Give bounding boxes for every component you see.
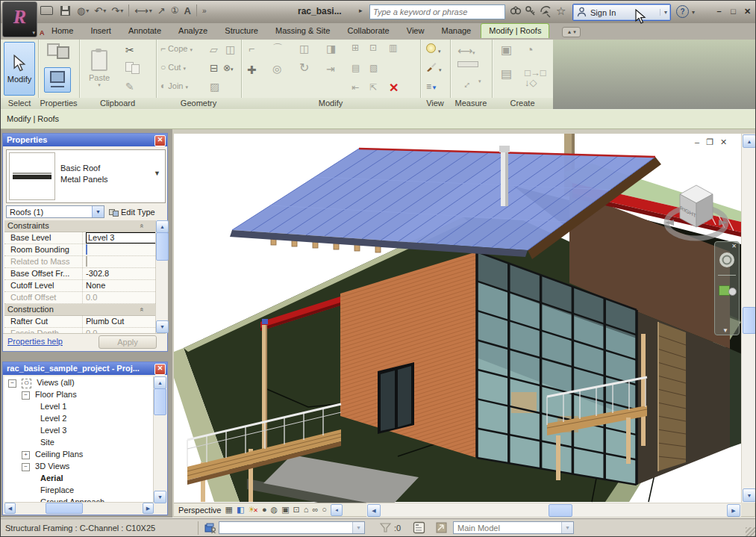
view-hscrollbar[interactable]: ◀ ▶ [366,503,741,517]
split-with-gap-icon[interactable]: ◨ [326,43,336,54]
show-crop-region-icon[interactable]: ⊡ [293,506,300,514]
navigation-bar[interactable]: ✕ ▼ [714,241,740,335]
cut-geometry-button[interactable]: ○ Cut ▾ [160,63,186,72]
tree-item-ceiling-plans[interactable]: + Ceiling Plans [4,448,154,460]
property-row[interactable]: Rafter Cut Plumb Cut [4,316,155,328]
cope-button[interactable]: ⌐ Cope ▾ [160,44,193,53]
sign-in-dropdown-icon[interactable]: ▾ [660,9,667,16]
trim-extend-icon[interactable]: ⇥ [326,63,335,74]
visual-style-icon[interactable]: ◧ [237,506,244,514]
property-row[interactable]: Cutoff Level None [4,280,155,292]
3d-view-canvas[interactable]: – ❐ ✕ RIGHT ✕ [174,134,741,503]
properties-close-icon[interactable]: ✕ [154,135,166,146]
undo-icon[interactable]: ↶▾ [94,3,106,18]
panel-label-create[interactable]: Create [492,98,553,109]
mirror-icon[interactable]: ▧ [369,63,378,72]
cut-icon[interactable]: ✂ [125,44,134,56]
browser-vscrollbar[interactable]: ▲ ▼ [153,376,166,503]
scroll-down-icon[interactable]: ▼ [156,320,169,333]
collapse-chevron-icon[interactable]: « [136,224,147,228]
edit-type-button[interactable]: Edit Type [109,205,166,218]
expand-expander-icon[interactable]: + [22,451,30,459]
collapse-expander-icon[interactable]: − [22,463,30,471]
search-input[interactable] [369,4,505,19]
beam-joins-icon[interactable]: ◫ [225,44,235,55]
window-resize-grip[interactable] [746,527,755,537]
view-close-icon[interactable]: ✕ [720,137,727,147]
favorites-star-icon[interactable]: ☆ [556,4,566,18]
scroll-left-icon[interactable]: ◀ [367,504,381,517]
tree-item-aerial-active-view[interactable]: Aerial [4,472,154,484]
create-group-icon[interactable]: ▣ [501,44,512,56]
delete-icon[interactable]: ✕ [389,81,399,95]
tab-analyze[interactable]: Analyze [171,23,215,37]
chevron-down-icon[interactable]: ▾ [149,7,152,14]
search-icon[interactable] [509,5,522,18]
viewcube[interactable]: RIGHT [659,175,734,246]
demolish-icon[interactable]: ⊟ [210,63,219,73]
panel-label-properties[interactable]: Properties [38,98,79,109]
project-browser-close-icon[interactable]: ✕ [154,364,166,375]
tag-icon[interactable]: ① [171,3,179,18]
design-options-dialog-icon[interactable] [413,521,425,536]
navbar-close-icon[interactable]: ✕ [731,243,737,249]
scroll-right-icon[interactable]: ▶ [727,504,740,517]
join-button[interactable]: ◐ Join ▾ [160,81,188,90]
panel-label-measure[interactable]: Measure [450,98,492,109]
subscription-key-icon[interactable] [525,5,537,18]
measure-dropdown-icon[interactable]: ▾ [478,78,481,84]
open-icon[interactable] [40,3,53,18]
detail-level-icon[interactable]: ▦ [225,506,232,514]
chevron-down-icon[interactable]: ▾ [103,7,106,14]
workset-combo[interactable]: ▼ [219,521,365,534]
panel-label-clipboard[interactable]: Clipboard [79,98,156,109]
exclude-options-icon[interactable] [435,521,448,536]
base-level-value[interactable]: Level 3 [86,232,155,243]
tab-massing-site[interactable]: Massing & Site [268,23,337,37]
offset-icon[interactable]: ⌒ [272,43,283,54]
view-restore-icon[interactable]: ❐ [706,137,713,147]
trim-corner-icon[interactable]: ⇤ [352,83,359,92]
viewbar-scroll-left-icon[interactable]: ◂ [331,504,343,516]
create-similar-icon[interactable]: □→□↓◇ [525,68,546,87]
project-browser-titlebar[interactable]: rac_basic_sample_project - Proj... ✕ [3,362,167,375]
panel-label-geometry[interactable]: Geometry [156,98,241,109]
redo-icon[interactable]: ↷▾ [111,3,123,18]
navbar-more-icon[interactable]: ▼ [722,327,728,334]
selection-filter-combo[interactable]: Roofs (1) ▼ [6,205,104,218]
trim-multiple-icon[interactable]: ⇱ [369,83,377,92]
measure-between-refs-icon[interactable]: ⟷▾ [457,46,475,56]
copy-icon[interactable] [125,62,140,73]
scroll-left-icon[interactable]: ◀ [4,503,16,514]
match-type-icon[interactable]: ✎ [125,81,134,92]
tree-item-floor-plans[interactable]: − Floor Plans [4,388,154,400]
scroll-thumb[interactable] [46,503,83,514]
scroll-thumb[interactable] [156,232,169,261]
filter-icon[interactable] [380,522,391,535]
panel-label-select[interactable]: Select [1,98,38,109]
help-dropdown-icon[interactable]: ▾ [692,9,695,16]
design-option-combo[interactable]: Main Model ▼ [453,521,574,534]
tree-item-fireplace[interactable]: Fireplace [4,484,154,496]
sync-icon[interactable]: ◍▾ [77,3,89,18]
scroll-up-icon[interactable]: ▲ [743,134,756,148]
help-icon[interactable]: ? [676,5,689,18]
measure-icon[interactable]: ⟷▾ [134,3,152,18]
selection-combo-arrow-icon[interactable]: ▼ [92,206,104,217]
shadows-icon[interactable]: ● [262,506,267,514]
pin-icon[interactable]: ⊞ [352,43,359,52]
collapse-expander-icon[interactable]: − [8,379,16,388]
tree-item-views-all[interactable]: − O Views (all) [4,376,154,388]
aligned-dimension-icon[interactable]: ↗ [157,3,166,18]
scroll-up-icon[interactable]: ▲ [154,376,166,389]
section-header-construction[interactable]: Construction« [4,304,155,316]
properties-help-link[interactable]: Properties help [7,337,63,346]
tab-structure[interactable]: Structure [217,23,266,37]
scroll-right-icon[interactable]: ▶ [143,503,154,514]
tab-collaborate[interactable]: Collaborate [340,23,396,37]
properties-palette-titlebar[interactable]: Properties ✕ [3,134,167,146]
tab-manage[interactable]: Manage [434,23,478,37]
apply-button[interactable]: Apply [99,335,157,349]
maximize-button[interactable]: □ [728,7,739,16]
panel-label-modify[interactable]: Modify [241,98,420,109]
